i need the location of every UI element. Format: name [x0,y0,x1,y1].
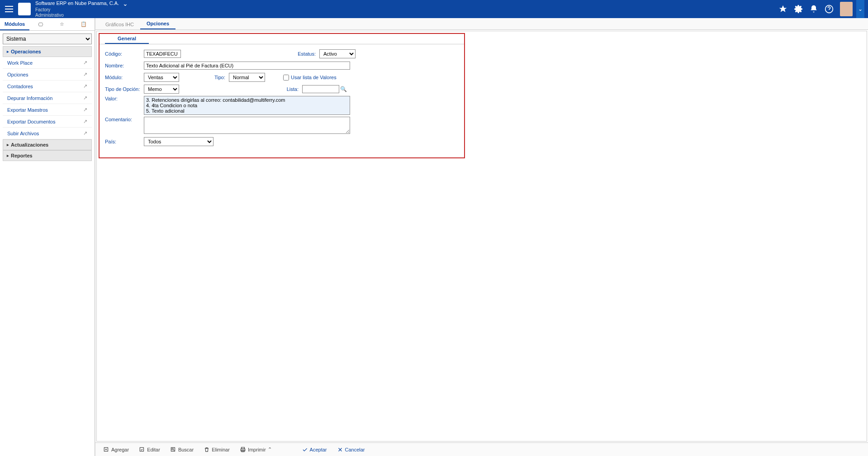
label-valor: Valor: [105,96,144,101]
bell-icon[interactable] [809,5,818,14]
input-codigo[interactable] [144,50,181,58]
sidebar: Módulos 🖵 ☆ 📋 Sistema ▸Operaciones Work … [0,18,95,456]
select-estatus[interactable]: Activo [319,49,356,58]
sidebar-item-opciones[interactable]: Opciones↗ [3,69,92,81]
external-icon: ↗ [83,119,87,124]
label-tipo: Tipo: [211,75,229,80]
expand-icon[interactable]: ⌄ [856,0,864,18]
form-tab-general[interactable]: General [105,34,149,44]
sidebar-item-contadores[interactable]: Contadores↗ [3,81,92,92]
select-modulo[interactable]: Ventas [144,73,179,82]
content-tabs: Gráficos IHC Opciones [95,18,868,30]
select-tipo-opcion[interactable]: Memo [144,85,179,94]
company-name: Software ERP en Nube Panama, C.A. [35,0,119,6]
label-nombre: Nombre: [105,63,144,68]
sidebar-item-exportar-maestros[interactable]: Exportar Maestros↗ [3,104,92,116]
search-button[interactable]: Buscar [166,444,198,455]
tab-opciones[interactable]: Opciones [140,19,175,29]
input-lista[interactable] [302,85,339,93]
delete-button[interactable]: Eliminar [199,444,234,455]
select-pais[interactable]: Todos [144,137,213,146]
tab-modulos[interactable]: Módulos [0,19,29,30]
external-icon: ↗ [83,95,87,101]
star-outline-icon[interactable]: ☆ [51,19,73,30]
select-tipo[interactable]: Normal [229,73,265,82]
label-lista: Lista: [284,86,302,92]
edit-button[interactable]: Editar [135,444,164,455]
svg-point-10 [172,448,174,450]
external-icon: ↗ [83,83,87,89]
footer-toolbar: Agregar Editar Buscar Eliminar Imprimir … [95,442,868,456]
external-icon: ↗ [83,60,87,66]
app-logo: ⚙ [18,3,31,15]
accordion-operaciones[interactable]: ▸Operaciones [3,46,92,57]
sidebar-item-depurar[interactable]: Depurar Información↗ [3,92,92,104]
checkbox-usar-lista[interactable] [283,75,289,81]
tab-graficos[interactable]: Gráficos IHC [99,19,140,29]
accept-button[interactable]: Aceptar [298,444,331,455]
app-header: ⚙ Software ERP en Nube Panama, C.A. ⌄ Fa… [0,0,868,18]
label-estatus: Estatus: [283,51,319,57]
external-icon: ↗ [83,107,87,113]
svg-rect-8 [140,447,143,451]
clipboard-icon[interactable]: 📋 [73,19,95,30]
star-icon[interactable] [778,5,787,14]
label-comentario: Comentario: [105,117,144,122]
chevron-down-icon[interactable]: ⌄ [123,0,128,7]
cancel-button[interactable]: Cancelar [333,444,369,455]
monitor-icon[interactable]: 🖵 [29,19,51,30]
menu-icon[interactable] [4,4,14,14]
header-line3: Administrativo [35,13,778,18]
help-icon[interactable] [825,5,834,14]
svg-line-11 [173,450,174,451]
sidebar-item-subir-archivos[interactable]: Subir Archivos↗ [3,128,92,139]
label-pais: País: [105,139,144,144]
textarea-comentario[interactable] [144,117,350,134]
sidebar-item-workplace[interactable]: Work Place↗ [3,57,92,69]
label-codigo: Código: [105,51,144,57]
system-select[interactable]: Sistema [3,33,92,44]
label-tipo-opcion: Tipo de Opción: [105,86,144,92]
checkbox-usar-lista-wrap[interactable]: Usar lista de Valores [283,75,337,81]
avatar[interactable] [840,2,853,16]
accordion-reportes[interactable]: ▸Reportes [3,150,92,161]
external-icon: ↗ [83,130,87,136]
label-modulo: Módulo: [105,75,144,80]
accordion-actualizaciones[interactable]: ▸Actualizaciones [3,139,92,150]
chevron-up-icon: ⌃ [268,446,272,452]
search-icon[interactable]: 🔍 [340,86,347,92]
form-panel: General Código: Estatus: Activo Nombre: [99,33,465,158]
gear-icon[interactable] [794,5,803,14]
textarea-valor[interactable] [144,96,350,115]
header-line2: Factory [35,7,778,13]
input-nombre[interactable] [144,62,350,70]
sidebar-item-exportar-documentos[interactable]: Exportar Documentos↗ [3,116,92,128]
add-button[interactable]: Agregar [99,444,133,455]
print-button[interactable]: Imprimir ⌃ [236,444,276,455]
external-icon: ↗ [83,71,87,77]
